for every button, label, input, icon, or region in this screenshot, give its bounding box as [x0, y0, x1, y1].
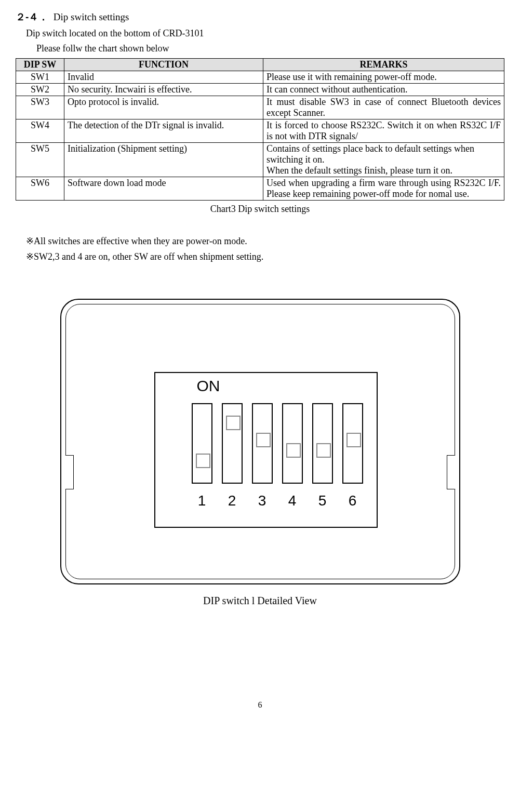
cell-function: Invalid	[64, 71, 263, 84]
figure-caption: DIP switch l Detailed View	[60, 595, 460, 607]
table-row: SW1InvalidPlease use it with remaining p…	[16, 71, 504, 84]
cell-function: Software down load mode	[64, 177, 263, 201]
cell-function: Opto protocol is invalid.	[64, 96, 263, 119]
table-row: SW4The detection of the DTr signal is in…	[16, 119, 504, 143]
table-header-remarks: REMARKS	[263, 59, 504, 71]
page-number: 6	[16, 700, 504, 710]
table-caption: Chart3 Dip switch settings	[16, 204, 504, 215]
switch-number-2: 2	[222, 492, 243, 509]
intro-line-1: Dip switch located on the bottom of CRD-…	[26, 28, 504, 39]
table-row: SW3Opto protocol is invalid.It must disa…	[16, 96, 504, 119]
cell-function: The detection of the DTr signal is inval…	[64, 119, 263, 143]
switch-slot-2	[222, 403, 243, 484]
dip-switch-block: ON 123456	[154, 372, 378, 528]
switch-knob-5	[316, 443, 331, 458]
switch-number-6: 6	[342, 492, 363, 509]
dip-switch-figure: ON 123456 DIP switch l Detailed View	[60, 299, 460, 607]
section-title-text: Dip switch settings	[54, 11, 129, 22]
switch-row	[192, 403, 363, 484]
cell-remarks: Used when upgrading a firm ware through …	[263, 177, 504, 201]
intro-line-2: Please follw the chart shown below	[36, 43, 504, 54]
section-number: ２-４．	[16, 11, 48, 22]
cell-remarks: Contains of settings place back to defau…	[263, 143, 504, 177]
number-row: 123456	[192, 492, 363, 509]
switch-knob-6	[346, 433, 361, 447]
table-header-sw: DIP SW	[16, 59, 64, 71]
switch-number-4: 4	[282, 492, 303, 509]
cell-remarks: It must disable SW3 in case of connect B…	[263, 96, 504, 119]
side-slot-right	[447, 455, 456, 489]
table-row: SW5Initialization (Shipment setting)Cont…	[16, 143, 504, 177]
on-label: ON	[197, 377, 220, 395]
switch-number-3: 3	[252, 492, 273, 509]
switch-slot-1	[192, 403, 212, 484]
switch-knob-3	[256, 433, 271, 447]
switch-slot-5	[312, 403, 333, 484]
switch-knob-4	[286, 443, 301, 458]
section-heading: ２-４． Dip switch settings	[16, 10, 504, 24]
switch-knob-2	[226, 416, 241, 430]
cell-sw: SW3	[16, 96, 64, 119]
cell-remarks: It is forced to choose RS232C. Switch it…	[263, 119, 504, 143]
cell-sw: SW5	[16, 143, 64, 177]
cell-function: Initialization (Shipment setting)	[64, 143, 263, 177]
cell-sw: SW6	[16, 177, 64, 201]
side-slot-left	[65, 455, 74, 489]
switch-slot-4	[282, 403, 303, 484]
cell-sw: SW1	[16, 71, 64, 84]
switch-slot-3	[252, 403, 273, 484]
cell-remarks: It can connect without authentication.	[263, 84, 504, 96]
switch-number-5: 5	[312, 492, 333, 509]
dip-switch-table: DIP SW FUNCTION REMARKS SW1InvalidPlease…	[16, 58, 504, 201]
device-outer-panel: ON 123456	[60, 299, 460, 584]
note-2: ※SW2,3 and 4 are on, other SW are off wh…	[26, 251, 504, 262]
switch-slot-6	[342, 403, 363, 484]
switch-knob-1	[196, 454, 210, 468]
cell-function: No security. Incwairi is effective.	[64, 84, 263, 96]
cell-remarks: Please use it with remaining power-off m…	[263, 71, 504, 84]
table-row: SW6Software down load modeUsed when upgr…	[16, 177, 504, 201]
cell-sw: SW2	[16, 84, 64, 96]
note-1: ※All switches are effective when they ar…	[26, 235, 504, 247]
table-row: SW2No security. Incwairi is effective.It…	[16, 84, 504, 96]
table-header-function: FUNCTION	[64, 59, 263, 71]
switch-number-1: 1	[192, 492, 212, 509]
cell-sw: SW4	[16, 119, 64, 143]
device-inner-panel: ON 123456	[65, 304, 455, 579]
